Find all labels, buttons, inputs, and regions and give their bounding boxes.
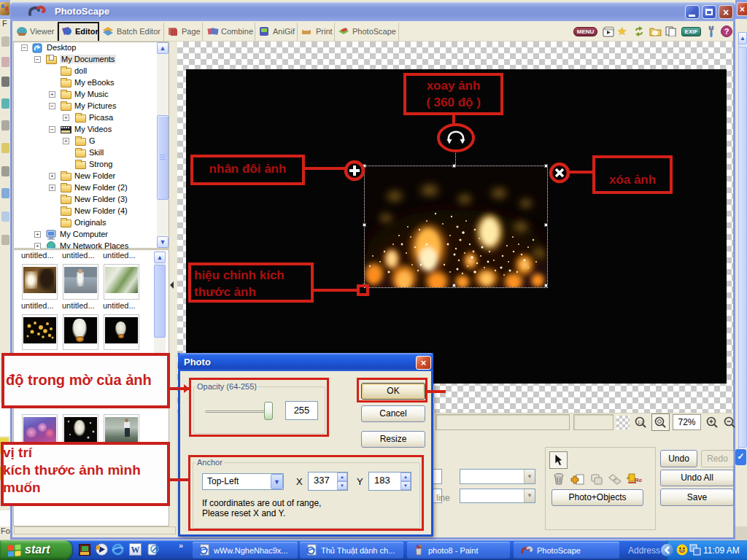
svg-text:Re: Re	[635, 477, 643, 483]
svg-text:1:1: 1:1	[638, 420, 644, 424]
